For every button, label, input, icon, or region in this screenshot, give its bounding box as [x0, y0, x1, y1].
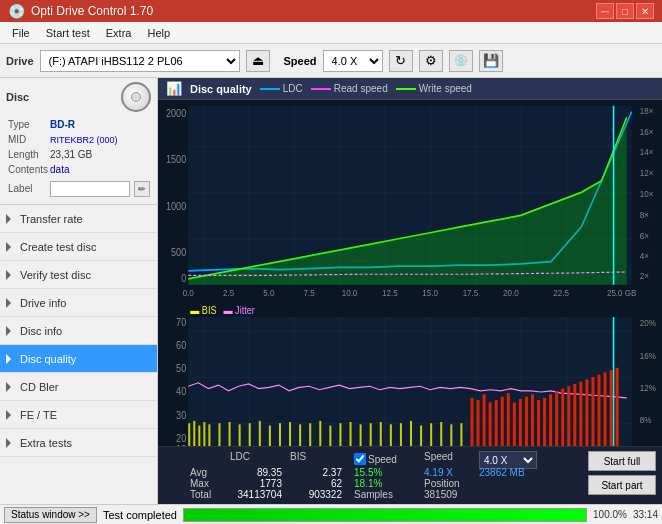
progress-bar-fill: [184, 509, 586, 521]
contents-value: data: [50, 163, 150, 176]
minimize-button[interactable]: ─: [596, 3, 614, 19]
speed-header: Speed: [424, 451, 479, 467]
bis-legend: ▬ BIS: [190, 304, 217, 316]
label-input[interactable]: [50, 181, 130, 197]
drive-selector[interactable]: (F:) ATAPI iHBS112 2 PL06: [40, 50, 240, 72]
x-label: 2.5: [223, 288, 234, 299]
max-jitter: 18.1%: [354, 478, 424, 489]
config-button[interactable]: ⚙: [419, 50, 443, 72]
start-part-button[interactable]: Start part: [588, 475, 656, 495]
jitter-checkbox[interactable]: [354, 453, 366, 465]
progress-bar-container: [183, 508, 587, 522]
nav-arrow: [6, 410, 11, 420]
y-label: 2000: [166, 108, 187, 120]
nav-arrow: [6, 298, 11, 308]
length-value: 23,31 GB: [50, 148, 150, 161]
type-value: BD-R: [50, 118, 150, 131]
nav-arrow: [6, 214, 11, 224]
chart-header: 📊 Disc quality LDC Read speed Write spee…: [158, 78, 662, 100]
drivebar: Drive (F:) ATAPI iHBS112 2 PL06 ⏏ Speed …: [0, 44, 662, 78]
sidebar-item-drive-info[interactable]: Drive info: [0, 289, 157, 317]
refresh-button[interactable]: ↻: [389, 50, 413, 72]
start-full-button[interactable]: Start full: [588, 451, 656, 471]
sidebar-item-disc-info[interactable]: Disc info: [0, 317, 157, 345]
disc-icon-button[interactable]: 💿: [449, 50, 473, 72]
bis-bar-red: [585, 379, 588, 455]
bis-bar-red: [573, 384, 576, 456]
action-buttons: Start full Start part: [588, 451, 656, 495]
max-position-label: Position: [424, 478, 479, 489]
max-position-val: 23862 MB: [479, 467, 539, 478]
menu-help[interactable]: Help: [139, 25, 178, 41]
avg-speed: 4.19 X: [424, 467, 479, 478]
label-label: Label: [8, 178, 48, 198]
y-label-pct: 16%: [640, 350, 656, 361]
x-label: 0.0: [183, 288, 194, 299]
status-text: Test completed: [103, 509, 177, 521]
app-title: 💿 Opti Drive Control 1.70: [8, 3, 153, 19]
y-label: 1000: [166, 200, 187, 212]
x-label: 7.5: [304, 288, 315, 299]
nav-list: Transfer rate Create test disc Verify te…: [0, 205, 157, 457]
save-button[interactable]: 💾: [479, 50, 503, 72]
y-label-speed: 18×: [640, 105, 654, 116]
y-label-speed: 10×: [640, 188, 654, 199]
speed-selector[interactable]: 4.0 X: [323, 50, 383, 72]
avg-label: Avg: [190, 467, 230, 478]
jitter-legend: ▬ Jitter: [224, 304, 256, 316]
window-controls: ─ □ ✕: [596, 3, 654, 19]
x-label: 20.0: [503, 288, 519, 299]
bis-bar-red: [597, 375, 600, 456]
close-button[interactable]: ✕: [636, 3, 654, 19]
menu-extra[interactable]: Extra: [98, 25, 140, 41]
content-area: 📊 Disc quality LDC Read speed Write spee…: [158, 78, 662, 504]
sidebar-item-extra-tests[interactable]: Extra tests: [0, 429, 157, 457]
titlebar: 💿 Opti Drive Control 1.70 ─ □ ✕: [0, 0, 662, 22]
label-edit-button[interactable]: ✏: [134, 181, 150, 197]
type-label: Type: [8, 118, 48, 131]
y-label-bottom: 60: [176, 340, 187, 352]
y-label-speed: 12×: [640, 168, 654, 179]
total-label: Total: [190, 489, 230, 500]
mid-value: RITEKBR2 (000): [50, 133, 150, 146]
bis-header: BIS: [290, 451, 350, 467]
sidebar: Disc Type BD-R MID RITEKBR2 (000) Length…: [0, 78, 158, 504]
contents-label: Contents: [8, 163, 48, 176]
y-label: 500: [171, 246, 187, 258]
x-label: 10.0: [342, 288, 358, 299]
maximize-button[interactable]: □: [616, 3, 634, 19]
menu-starttest[interactable]: Start test: [38, 25, 98, 41]
mid-label: MID: [8, 133, 48, 146]
x-label: 15.0: [422, 288, 438, 299]
menu-file[interactable]: File: [4, 25, 38, 41]
sidebar-item-create-test-disc[interactable]: Create test disc: [0, 233, 157, 261]
y-label-pct: 8%: [640, 415, 652, 426]
status-time: 33:14: [633, 509, 658, 520]
total-samples-label: Samples: [354, 489, 424, 500]
stats-area: Avg Max Total LDC 89.35 1773 34113704 BI…: [158, 446, 662, 504]
status-window-button[interactable]: Status window >>: [4, 507, 97, 523]
y-label-bottom: 40: [176, 386, 187, 398]
main-area: Disc Type BD-R MID RITEKBR2 (000) Length…: [0, 78, 662, 504]
y-label-bottom: 50: [176, 363, 187, 375]
sidebar-item-transfer-rate[interactable]: Transfer rate: [0, 205, 157, 233]
y-label-bottom: 70: [176, 317, 187, 329]
y-label-speed: 4×: [640, 251, 649, 262]
sidebar-item-cd-bler[interactable]: CD Bler: [0, 373, 157, 401]
sidebar-item-fe-te[interactable]: FE / TE: [0, 401, 157, 429]
legend-ldc-color: [260, 88, 280, 90]
y-label-pct: 20%: [640, 318, 656, 329]
disc-header-label: Disc: [6, 91, 29, 103]
legend-ldc: LDC: [260, 83, 303, 94]
legend-write-speed-color: [396, 88, 416, 90]
y-label-pct: 12%: [640, 382, 656, 393]
nav-arrow: [6, 382, 11, 392]
label-input-cell: ✏: [50, 178, 150, 198]
eject-button[interactable]: ⏏: [246, 50, 270, 72]
disc-visual: [121, 82, 151, 112]
avg-bis: 2.37: [290, 467, 350, 478]
sidebar-item-verify-test-disc[interactable]: Verify test disc: [0, 261, 157, 289]
bis-bar-red: [579, 382, 582, 456]
max-label: Max: [190, 478, 230, 489]
sidebar-item-disc-quality[interactable]: Disc quality: [0, 345, 157, 373]
